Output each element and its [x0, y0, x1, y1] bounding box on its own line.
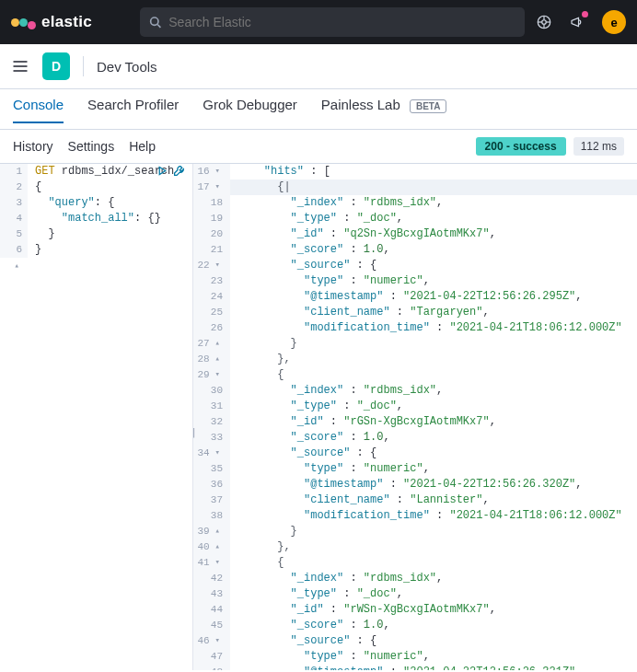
nav-divider — [83, 56, 84, 76]
history-link[interactable]: History — [13, 139, 53, 154]
svg-point-0 — [151, 17, 158, 25]
code-line[interactable]: 29▾ { — [193, 367, 637, 383]
code-line[interactable]: 27▴ } — [193, 336, 637, 352]
code-line[interactable]: 33 "_score" : 1.0, — [193, 430, 637, 446]
timing-badge: 112 ms — [573, 137, 624, 156]
notification-dot-icon — [582, 11, 588, 17]
code-line[interactable]: 40▴ }, — [193, 539, 637, 555]
tab-label: Painless Lab — [321, 97, 400, 112]
app-nav-bar: D Dev Tools — [0, 44, 637, 89]
status-badge: 200 - success — [476, 137, 566, 156]
run-request-icon[interactable] — [156, 165, 168, 180]
code-line[interactable]: 22▾ "_source" : { — [193, 258, 637, 273]
code-line[interactable]: 46▾ "_source" : { — [193, 633, 637, 649]
help-icon[interactable] — [536, 14, 552, 30]
code-line[interactable]: 36 "@timestamp" : "2021-04-22T12:56:26.3… — [193, 477, 637, 492]
code-line[interactable]: 43 "_type" : "_doc", — [193, 586, 637, 602]
request-pane[interactable]: 1GET rdbms_idx/_search2 ▾{3 ▾ "query": {… — [0, 164, 193, 670]
code-line[interactable]: 26 "modification_time" : "2021-04-21T18:… — [193, 320, 637, 336]
code-line[interactable]: 35 "type" : "numeric", — [193, 461, 637, 477]
code-line[interactable]: 25 "client_name" : "Targaryen", — [193, 305, 637, 320]
code-line[interactable]: 20 "_id" : "q2Sn-XgBcxgIAotmMKx7", — [193, 226, 637, 242]
global-search[interactable] — [140, 7, 525, 37]
menu-toggle-icon[interactable] — [11, 57, 29, 75]
svg-point-3 — [542, 20, 547, 25]
help-link[interactable]: Help — [129, 139, 156, 154]
code-line[interactable]: 34▾ "_source" : { — [193, 446, 637, 461]
code-line[interactable]: 30 "_index" : "rdbms_idx", — [193, 383, 637, 399]
code-line[interactable]: 3 ▾ "query": { — [0, 195, 192, 211]
svg-line-1 — [157, 24, 160, 27]
code-line[interactable]: 21 "_score" : 1.0, — [193, 242, 637, 258]
tab-painless-lab[interactable]: Painless Lab BETA — [321, 97, 447, 122]
tab-console[interactable]: Console — [13, 97, 64, 123]
code-line[interactable]: 2 ▾{ — [0, 180, 192, 195]
code-line[interactable]: 31 "_type" : "_doc", — [193, 399, 637, 414]
code-line[interactable]: 39▴ } — [193, 524, 637, 539]
search-input[interactable] — [168, 15, 515, 29]
code-line[interactable]: 23 "type" : "numeric", — [193, 273, 637, 289]
code-line[interactable]: 5 ▴ } — [0, 226, 192, 242]
code-line[interactable]: 32 "_id" : "rGSn-XgBcxgIAotmMKx7", — [193, 414, 637, 430]
settings-link[interactable]: Settings — [68, 139, 115, 154]
product-name: elastic — [41, 13, 92, 31]
tab-search-profiler[interactable]: Search Profiler — [87, 97, 179, 122]
code-line[interactable]: 16▾ "hits" : [ — [193, 164, 637, 180]
avatar[interactable]: e — [602, 10, 626, 34]
code-line[interactable]: 47 "type" : "numeric", — [193, 649, 637, 665]
code-line[interactable]: 42 "_index" : "rdbms_idx", — [193, 571, 637, 586]
code-line[interactable]: 6 ▴} — [0, 242, 192, 258]
code-line[interactable]: 45 "_score" : 1.0, — [193, 618, 637, 633]
code-line[interactable]: 48 "@timestamp" : "2021-04-22T12:56:26.3… — [193, 665, 637, 670]
search-icon — [149, 16, 161, 29]
global-header: elastic e — [0, 0, 637, 44]
logo-cluster-icon — [11, 16, 36, 29]
space-selector[interactable]: D — [42, 52, 70, 80]
response-pane[interactable]: ‖ 16▾ "hits" : [17▾ {|18 "_index" : "rdb… — [193, 164, 637, 670]
code-line[interactable]: 19 "_type" : "_doc", — [193, 211, 637, 226]
resize-handle-icon[interactable]: ‖ — [193, 426, 196, 438]
news-icon[interactable] — [569, 14, 585, 30]
wrench-icon[interactable] — [173, 165, 185, 180]
run-controls — [156, 165, 185, 180]
code-line[interactable]: 37 "client_name" : "Lannister", — [193, 492, 637, 508]
code-line[interactable]: 4 "match_all": {} — [0, 211, 192, 226]
beta-badge: BETA — [410, 99, 446, 113]
breadcrumb[interactable]: Dev Tools — [97, 59, 157, 75]
header-right-icons: e — [536, 10, 626, 34]
elastic-logo[interactable]: elastic — [11, 13, 92, 31]
code-line[interactable]: 18 "_index" : "rdbms_idx", — [193, 195, 637, 211]
devtools-tabs: Console Search Profiler Grok Debugger Pa… — [0, 89, 637, 130]
code-line[interactable]: 24 "@timestamp" : "2021-04-22T12:56:26.2… — [193, 289, 637, 305]
console-toolbar: History Settings Help 200 - success 112 … — [0, 130, 637, 163]
code-line[interactable]: 41▾ { — [193, 555, 637, 571]
code-line[interactable]: 17▾ {| — [193, 180, 637, 195]
code-line[interactable]: 44 "_id" : "rWSn-XgBcxgIAotmMKx7", — [193, 602, 637, 618]
console-editor-split: 1GET rdbms_idx/_search2 ▾{3 ▾ "query": {… — [0, 163, 637, 670]
tab-grok-debugger[interactable]: Grok Debugger — [203, 97, 297, 122]
code-line[interactable]: 28▴ }, — [193, 352, 637, 367]
code-line[interactable]: 38 "modification_time" : "2021-04-21T18:… — [193, 508, 637, 524]
